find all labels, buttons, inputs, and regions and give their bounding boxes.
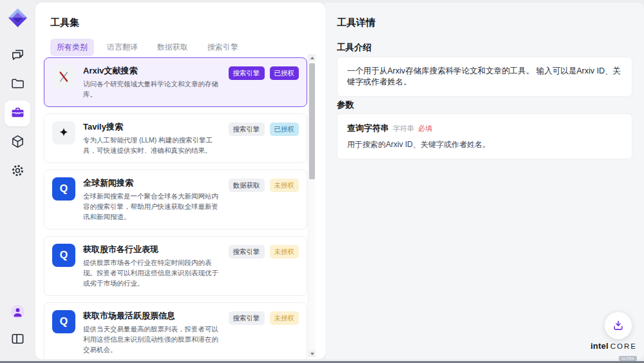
sidebar: [0, 0, 35, 361]
app-window: 工具集 所有类别语言翻译数据获取搜索引擎 Arxiv文献搜索访问各个研究领域大量…: [0, 0, 644, 363]
scrollbar[interactable]: [308, 54, 315, 357]
tool-desc: 全球新闻搜索是一个聚合全球各大新闻网站内容的搜索引擎，帮助用户快速获取全球最新资…: [83, 191, 221, 222]
intro-heading: 工具介绍: [337, 42, 372, 54]
sidebar-item-gear[interactable]: [5, 159, 30, 184]
q-news-icon: Q: [52, 177, 75, 201]
category-badge: 搜索引擎: [229, 123, 265, 136]
brand-intel-text: intel: [591, 341, 609, 351]
tool-name: Tavily搜索: [83, 121, 221, 132]
params-heading: 参数: [337, 99, 354, 111]
cube-icon: [10, 134, 25, 152]
auth-status-badge: 已授权: [270, 66, 299, 80]
sidebar-item-chat[interactable]: [5, 43, 30, 68]
scrollbar-thumb[interactable]: [309, 63, 315, 179]
sidebar-item-cube[interactable]: [5, 130, 30, 155]
tool-list: Arxiv文献搜索访问各个研究领域大量科学论文和文章的存储库。搜索引擎已授权Ta…: [44, 57, 307, 359]
param-required-badge: 必填: [418, 124, 432, 133]
category-badge: 数据获取: [229, 179, 265, 192]
scroll-down-arrow[interactable]: [308, 350, 316, 357]
app-logo-icon: [8, 8, 28, 28]
param-box: 查询字符串 字符串 必填 用于搜索的Arxiv ID、关键字或作者姓名。: [337, 113, 632, 159]
detail-title: 工具详情: [337, 17, 375, 29]
brand-ultra-badge: ULTRA: [619, 356, 637, 361]
scroll-up-arrow[interactable]: [308, 54, 316, 61]
param-name: 查询字符串: [347, 123, 389, 134]
tool-card-1[interactable]: Tavily搜索专为人工智能代理 (LLM) 构建的搜索引擎工具，可快速提供实时…: [44, 113, 307, 163]
toolset-panel: 工具集 所有类别语言翻译数据获取搜索引擎 Arxiv文献搜索访问各个研究领域大量…: [35, 3, 325, 359]
tool-desc: 访问各个研究领域大量科学论文和文章的存储库。: [83, 79, 221, 99]
gear-icon: [10, 163, 25, 181]
auth-status-badge: 已授权: [270, 123, 299, 136]
tab-2[interactable]: 数据获取: [151, 39, 194, 56]
category-badge: 搜索引擎: [229, 66, 265, 80]
q-news-icon: Q: [52, 310, 75, 333]
auth-status-badge: 未授权: [270, 245, 299, 259]
category-tabs: 所有类别语言翻译数据获取搜索引擎: [50, 39, 245, 56]
tool-name: Arxiv文献搜索: [83, 65, 221, 76]
param-type: 字符串: [393, 124, 414, 133]
tool-card-4[interactable]: Q获取市场最活跃股票信息提供当天交易量最高的股票列表，投资者可以利用这些信息来识…: [44, 302, 307, 359]
brand-core-text: CORE: [611, 342, 637, 350]
tool-name: 全球新闻搜索: [83, 177, 221, 188]
sparkle-icon: [52, 121, 75, 144]
sidebar-nav: [5, 43, 31, 184]
collapse-sidebar-icon[interactable]: [6, 328, 30, 349]
tool-detail-panel: 工具详情 工具介绍 一个用于从Arxiv存储库搜索科学论文和文章的工具。 输入可…: [325, 3, 644, 359]
category-badge: 搜索引擎: [229, 245, 265, 259]
download-button[interactable]: [605, 312, 632, 339]
download-icon: [612, 319, 625, 332]
toolbox-icon: [10, 105, 25, 123]
avatar[interactable]: [6, 300, 30, 322]
sidebar-item-toolbox[interactable]: [5, 101, 30, 126]
page-title: 工具集: [50, 17, 79, 29]
q-news-icon: Q: [52, 244, 75, 267]
sidebar-bottom: [5, 300, 31, 349]
tool-desc: 专为人工智能代理 (LLM) 构建的搜索引擎工具，可快速提供实时、准确和真实的结…: [83, 135, 221, 155]
tool-card-2[interactable]: Q全球新闻搜索全球新闻搜索是一个聚合全球各大新闻网站内容的搜索引擎，帮助用户快速…: [44, 170, 307, 230]
intro-box: 一个用于从Arxiv存储库搜索科学论文和文章的工具。 输入可以是Arxiv ID…: [337, 57, 632, 97]
tool-card-3[interactable]: Q获取股市各行业表现提供股票市场各个行业在特定时间段内的表现。投资者可以利用这些…: [44, 236, 307, 296]
auth-status-badge: 未授权: [270, 311, 299, 325]
tab-1[interactable]: 语言翻译: [100, 39, 144, 56]
auth-status-badge: 未授权: [270, 179, 299, 192]
tool-name: 获取市场最活跃股票信息: [83, 310, 221, 321]
tab-0[interactable]: 所有类别: [50, 39, 94, 56]
tool-desc: 提供当天交易量最高的股票列表，投资者可以利用这些信息来识别流动性强的股票和潜在的…: [83, 324, 221, 355]
tool-name: 获取股市各行业表现: [83, 244, 221, 255]
chat-icon: [10, 47, 25, 64]
param-desc: 用于搜索的Arxiv ID、关键字或作者姓名。: [347, 139, 622, 150]
category-badge: 搜索引擎: [229, 311, 265, 325]
tool-card-0[interactable]: Arxiv文献搜索访问各个研究领域大量科学论文和文章的存储库。搜索引擎已授权: [44, 57, 307, 107]
sidebar-item-folder[interactable]: [5, 72, 30, 97]
tool-desc: 提供股票市场各个行业在特定时间段内的表现。投资者可以利用这些信息来识别表现优于或…: [83, 257, 221, 288]
tab-3[interactable]: 搜索引擎: [201, 39, 245, 56]
intel-core-logo: intel CORE ULTRA: [591, 341, 637, 362]
folder-icon: [10, 76, 25, 93]
arxiv-x-icon: [52, 65, 75, 88]
